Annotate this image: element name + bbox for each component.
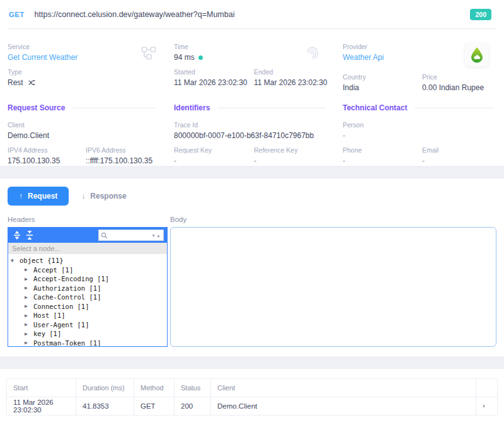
- ended-value: 11 Mar 2026 23:02:30: [254, 78, 328, 87]
- tree-node-label: Accept-Encoding [1]: [33, 275, 109, 282]
- detail-col-provider: Provider Weather Api: [343, 43, 496, 98]
- tree-node: ▶Authorization [1]: [11, 284, 164, 293]
- person-field: Person -: [343, 121, 364, 140]
- select-node-dropdown[interactable]: Select a node...: [8, 243, 167, 254]
- col-header-status: Status: [175, 379, 211, 397]
- type-label: Type: [8, 68, 36, 76]
- reference-key-value: -: [254, 156, 297, 165]
- status-code-badge: 200: [470, 9, 491, 20]
- ipv4-field: IPV4 Address 175.100.130.35: [8, 146, 86, 165]
- heading-divider: [217, 108, 325, 108]
- type-value-text: Rest: [8, 78, 23, 87]
- trace-id-label: Trace Id: [174, 121, 314, 129]
- tree-node-label: Postman-Token [1]: [33, 339, 101, 346]
- expand-triangle-icon[interactable]: ▶: [25, 313, 33, 318]
- history-header-row: Start Duration (ms) Method Status Client: [7, 379, 498, 397]
- trace-id-field: Trace Id 800000bf-0007-e100-b63f-84710c7…: [174, 121, 314, 140]
- cell-start: 11 Mar 2026 23:02:30: [7, 397, 76, 416]
- request-source-group: Request Source Client Demo.Client IPV4 A…: [8, 100, 174, 172]
- ended-label: Ended: [254, 68, 328, 76]
- country-value: India: [343, 83, 422, 92]
- col-header-start: Start: [7, 379, 76, 397]
- headers-tree: ▼ object {11} ▶Accept [1] ▶Accept-Encodi…: [8, 254, 167, 346]
- page: { "request_bar": { "method": "GET", "url…: [0, 0, 504, 425]
- started-field: Started 11 Mar 2026 23:02:30: [174, 68, 254, 87]
- phone-label: Phone: [343, 146, 422, 154]
- row-detail-chevron-icon[interactable]: ›: [476, 397, 498, 416]
- tree-node: ▶Accept-Encoding [1]: [11, 274, 164, 284]
- request-body-panel[interactable]: [170, 227, 496, 347]
- email-field: Email -: [422, 146, 438, 165]
- tree-node: ▶key [1]: [11, 329, 164, 339]
- reference-key-field: Reference Key -: [254, 146, 297, 165]
- group-grid: Request Source Client Demo.Client IPV4 A…: [8, 100, 496, 172]
- service-link[interactable]: Get Current Weather: [8, 53, 77, 62]
- history-table: Start Duration (ms) Method Status Client…: [6, 378, 498, 416]
- request-url-bar: GET https://connect.celusion.dev/gateway…: [8, 0, 496, 29]
- down-arrow-icon: ↓: [81, 192, 85, 201]
- detail-col-service: Service Get Current Weather Type Rest: [8, 43, 174, 98]
- tree-search-input[interactable]: [108, 232, 151, 239]
- search-icon: [101, 232, 108, 239]
- collapse-all-icon[interactable]: [24, 230, 35, 241]
- country-label: Country: [343, 73, 422, 81]
- tree-node: ▶User-Agent [1]: [11, 320, 164, 330]
- tree-node: ▶Accept [1]: [11, 265, 164, 275]
- fingerprint-icon: [304, 44, 321, 62]
- price-label: Price: [422, 73, 484, 81]
- col-header-method: Method: [134, 379, 175, 397]
- response-tab-button[interactable]: ↓ Response: [81, 192, 126, 201]
- provider-field: Provider Weather Api: [343, 43, 384, 62]
- time-field: Time 94 ms: [174, 43, 203, 62]
- ipv6-field: IPV6 Address ::ffff:175.100.130.35: [86, 146, 152, 165]
- price-field: Price 0.00 Indian Rupee: [422, 73, 484, 92]
- ipv6-value: ::ffff:175.100.130.35: [86, 156, 152, 165]
- http-method-label: GET: [9, 11, 25, 18]
- tree-node: ▶Cache-Control [1]: [11, 293, 164, 302]
- price-value: 0.00 Indian Rupee: [422, 83, 484, 92]
- request-key-label: Request Key: [174, 146, 254, 154]
- cell-duration: 41.8353: [76, 397, 134, 416]
- headers-panel-label: Headers: [8, 216, 170, 223]
- time-label: Time: [174, 43, 203, 50]
- request-source-heading: Request Source: [8, 103, 65, 112]
- search-prev-next-icon[interactable]: ▼▲: [151, 233, 161, 238]
- expand-triangle-icon[interactable]: ▶: [25, 267, 33, 272]
- expand-triangle-icon[interactable]: ▶: [25, 303, 33, 309]
- tree-node-label: key [1]: [33, 330, 61, 337]
- provider-link[interactable]: Weather Api: [343, 53, 384, 62]
- history-section: Start Duration (ms) Method Status Client…: [0, 378, 504, 425]
- expand-triangle-icon[interactable]: ▶: [25, 294, 33, 300]
- service-label: Service: [8, 43, 77, 50]
- expand-triangle-icon[interactable]: ▶: [25, 331, 33, 337]
- request-key-field: Request Key -: [174, 146, 254, 165]
- technical-contact-heading: Technical Contact: [343, 103, 407, 112]
- tree-node-label: User-Agent [1]: [33, 321, 89, 329]
- expand-triangle-icon[interactable]: ▶: [25, 285, 33, 291]
- tree-toolbar: ▼▲: [8, 228, 167, 243]
- collapse-triangle-icon[interactable]: ▼: [11, 258, 20, 264]
- expand-triangle-icon[interactable]: ▶: [25, 276, 33, 282]
- identifiers-heading: Identifiers: [174, 103, 210, 112]
- col-header-client: Client: [211, 379, 476, 397]
- tree-root-row: ▼ object {11}: [11, 256, 164, 265]
- col-header-duration: Duration (ms): [76, 379, 134, 397]
- provider-label: Provider: [343, 43, 384, 50]
- phone-value: -: [343, 156, 422, 165]
- started-label: Started: [174, 68, 254, 76]
- expand-triangle-icon[interactable]: ▶: [25, 340, 33, 346]
- expand-all-icon[interactable]: [11, 230, 23, 241]
- tree-root-label: object {11}: [20, 257, 64, 264]
- email-value: -: [422, 156, 438, 165]
- tree-node: ▶Postman-Token [1]: [11, 339, 164, 347]
- ended-field: Ended 11 Mar 2026 23:02:30: [254, 68, 328, 87]
- payload-panels: ▼▲ Select a node... ▼ object {11} ▶Accep…: [8, 227, 496, 347]
- tree-node: ▶Connection [1]: [11, 302, 164, 311]
- started-value: 11 Mar 2026 23:02:30: [174, 78, 254, 87]
- detail-col-time: Time 94 ms Started 11 Mar 2026 23:02:30: [174, 43, 343, 98]
- expand-triangle-icon[interactable]: ▶: [25, 322, 33, 327]
- sitemap-icon: [141, 45, 156, 61]
- heading-divider: [72, 108, 156, 108]
- request-tab-button[interactable]: ↑ Request: [8, 187, 69, 206]
- table-row[interactable]: 11 Mar 2026 23:02:30 41.8353 GET 200 Dem…: [7, 397, 498, 416]
